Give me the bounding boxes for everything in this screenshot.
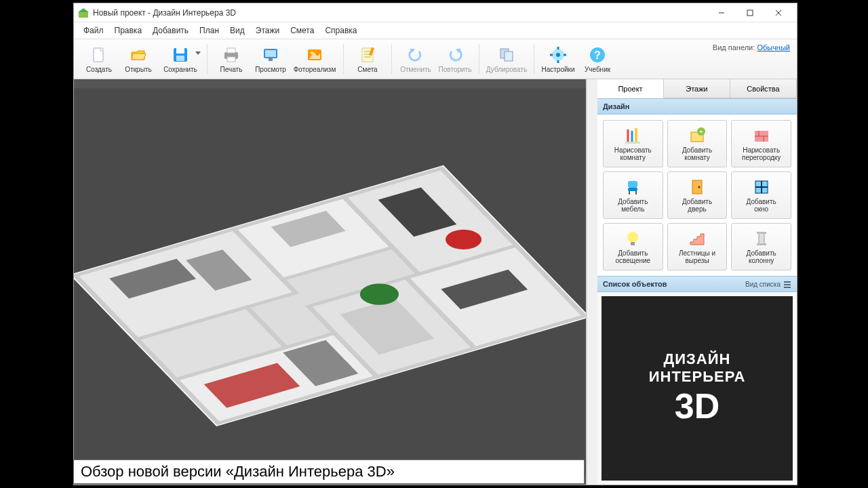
preview-button[interactable]: Просмотр <box>251 41 290 77</box>
svg-rect-83 <box>784 284 791 285</box>
add-door-button[interactable]: Добавить дверь <box>667 171 728 219</box>
add-window-button[interactable]: Добавить окно <box>731 171 791 219</box>
objects-header: Список объектов Вид списка <box>597 276 797 292</box>
preview-label: Просмотр <box>255 66 286 73</box>
design-header: Дизайн <box>597 98 797 115</box>
settings-button[interactable]: Настройки <box>538 41 578 77</box>
floorplan-render <box>74 79 586 485</box>
menu-estimate[interactable]: Смета <box>286 24 318 37</box>
open-button[interactable]: Открыть <box>119 41 158 77</box>
svg-rect-72 <box>692 180 702 194</box>
app-window: Новый проект - Дизайн Интерьера 3D Файл … <box>73 3 797 485</box>
svg-rect-69 <box>628 188 637 191</box>
stairs-icon <box>688 229 707 248</box>
add-column-label: Добавить колонну <box>747 249 776 265</box>
chevron-down-icon <box>195 52 201 56</box>
view-list-label: Вид списка <box>745 281 781 288</box>
app-icon <box>78 7 89 18</box>
svg-rect-14 <box>227 57 235 62</box>
minimize-button[interactable] <box>707 5 736 21</box>
toolbar: Создать Открыть Сохранить Печать Просмот… <box>74 39 797 79</box>
folder-open-icon <box>129 45 148 64</box>
draw-wall-button[interactable]: Нарисовать перегородку <box>731 120 791 167</box>
add-furniture-button[interactable]: Добавить мебель <box>603 171 663 219</box>
menubar: Файл Правка Добавить План Вид Этажи Смет… <box>74 22 797 39</box>
promo-line2: ИНТЕРЬЕРА <box>649 368 746 386</box>
window-icon <box>752 178 771 197</box>
add-light-button[interactable]: Добавить освещение <box>603 223 663 270</box>
stairs-label: Лестницы и вырезы <box>679 249 715 265</box>
add-room-icon: + <box>688 126 707 145</box>
close-button[interactable] <box>764 5 793 21</box>
help-button[interactable]: ? Учебник <box>578 41 617 77</box>
design-grid: Нарисовать комнату + Добавить комнату На… <box>597 115 797 276</box>
svg-rect-3 <box>747 10 753 16</box>
tab-properties[interactable]: Свойства <box>730 79 797 98</box>
menu-file[interactable]: Файл <box>79 24 108 37</box>
menu-floors[interactable]: Этажи <box>252 24 283 37</box>
list-view-toggle[interactable]: Вид списка <box>745 280 791 288</box>
help-label: Учебник <box>585 66 610 73</box>
column-icon <box>752 229 771 248</box>
duplicate-label: Дублировать <box>486 66 527 73</box>
redo-icon <box>446 45 465 64</box>
add-column-button[interactable]: Добавить колонну <box>731 223 791 270</box>
svg-rect-17 <box>269 58 273 61</box>
svg-point-73 <box>698 186 700 188</box>
add-room-button[interactable]: + Добавить комнату <box>667 120 728 167</box>
add-room-label: Добавить комнату <box>682 146 712 162</box>
estimate-button[interactable]: Смета <box>348 41 387 77</box>
design-header-label: Дизайн <box>603 102 629 110</box>
panel-mode-link[interactable]: Обычный <box>757 43 790 52</box>
add-light-label: Добавить освещение <box>615 249 650 265</box>
menu-plan[interactable]: План <box>195 24 223 37</box>
3d-viewport[interactable] <box>74 79 587 485</box>
add-window-label: Добавить окно <box>747 198 776 214</box>
notepad-icon <box>358 45 377 64</box>
menu-view[interactable]: Вид <box>226 24 249 37</box>
tab-project[interactable]: Проект <box>597 79 664 98</box>
svg-rect-79 <box>759 233 764 244</box>
svg-rect-80 <box>757 232 766 234</box>
draw-room-button[interactable]: Нарисовать комнату <box>603 120 663 167</box>
save-button[interactable]: Сохранить <box>158 41 203 77</box>
tab-floors[interactable]: Этажи <box>664 79 730 98</box>
draw-room-label: Нарисовать комнату <box>614 146 652 162</box>
print-button[interactable]: Печать <box>212 41 251 77</box>
file-new-icon <box>90 45 108 64</box>
undo-icon <box>406 45 425 64</box>
draw-wall-label: Нарисовать перегородку <box>742 146 781 162</box>
separator <box>479 44 479 74</box>
side-panel: Проект Этажи Свойства Дизайн Нарисовать … <box>597 79 797 485</box>
svg-rect-82 <box>784 281 791 283</box>
photoreal-button[interactable]: Фотореализм <box>290 41 339 77</box>
menu-add[interactable]: Добавить <box>149 24 193 37</box>
maximize-button[interactable] <box>736 5 764 21</box>
pencil-room-icon <box>623 126 642 145</box>
svg-rect-57 <box>625 142 640 144</box>
separator <box>391 44 392 74</box>
save-label: Сохранить <box>163 66 197 73</box>
create-button[interactable]: Создать <box>79 41 119 77</box>
menu-help[interactable]: Справка <box>321 24 361 37</box>
stairs-button[interactable]: Лестницы и вырезы <box>667 223 728 270</box>
svg-rect-84 <box>784 287 791 288</box>
vertical-scrollbar[interactable] <box>587 79 597 485</box>
list-icon <box>783 280 791 288</box>
objects-header-label: Список объектов <box>603 280 667 288</box>
redo-button[interactable]: Повторить <box>435 41 475 77</box>
svg-rect-0 <box>79 12 88 18</box>
undo-button[interactable]: Отменить <box>396 41 435 77</box>
open-label: Открыть <box>125 66 151 73</box>
window-controls <box>707 5 793 21</box>
duplicate-button[interactable]: Дублировать <box>484 41 530 77</box>
menu-edit[interactable]: Правка <box>111 24 146 37</box>
separator <box>207 44 208 74</box>
side-tabs: Проект Этажи Свойства <box>597 79 797 98</box>
panel-mode: Вид панели: Обычный <box>713 43 790 52</box>
svg-marker-1 <box>78 8 89 12</box>
duplicate-icon <box>497 45 516 64</box>
save-icon <box>171 45 190 64</box>
panel-mode-label: Вид панели: <box>713 43 755 52</box>
caption-text: Обзор новой версии «Дизайн Интерьера 3D» <box>81 463 395 481</box>
